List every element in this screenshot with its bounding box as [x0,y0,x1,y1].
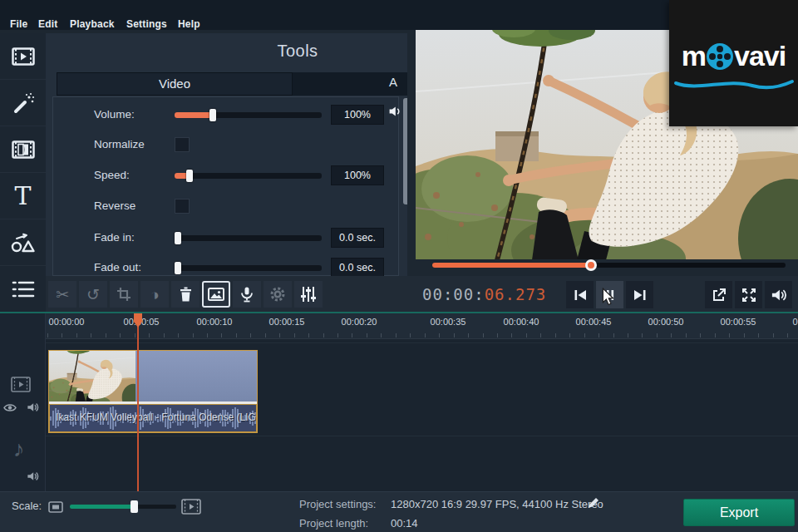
toolbar-strip: ✂ ↺ ◑ [46,276,798,313]
crop-button[interactable] [110,281,138,308]
ruler-label: 00:01:00 [793,317,798,327]
logo-wave [669,76,798,93]
ruler-label: 00:00:00 [49,317,85,327]
fade-in-row: Fade in: 0.0 sec. [46,228,407,249]
audio-tools-button[interactable] [294,281,323,308]
fade-in-value-field[interactable]: 0.0 sec. [331,228,384,248]
delete-button[interactable] [171,281,200,308]
speed-label: Speed: [94,169,130,181]
export-button[interactable]: Export [683,499,795,526]
statusbar: Scale: Project settings: 1280x720 16:9 2… [0,491,798,532]
sidebar-item-filters[interactable] [0,80,46,126]
normalize-row: Normalize [46,135,407,156]
timecode-current: 06.273 [485,285,547,303]
titles-icon: T [14,184,31,209]
project-settings-label: Project settings: [299,498,377,510]
speed-value-field[interactable]: 100% [331,165,384,185]
clip-properties-button[interactable] [264,281,292,308]
tab-video[interactable]: Video [57,72,293,96]
previous-frame-button[interactable] [566,281,594,308]
image-icon [208,288,224,301]
crop-icon [116,287,131,302]
tab-audio[interactable]: A [389,75,397,89]
menu-playback[interactable]: Playback [70,18,115,30]
menu-settings[interactable]: Settings [126,18,167,30]
timeline-clip[interactable]: Ikast KFUM Volleyball - Fortuna Odense (… [48,350,258,433]
next-frame-icon [633,289,647,301]
volume-row: Volume: 100% [46,105,407,126]
image-properties-button[interactable] [202,281,230,308]
ruler-label: 00:00:45 [576,317,612,327]
timeline-ruler[interactable]: 00:00:0000:00:0500:00:1000:00:1500:00:20… [0,313,798,339]
previous-frame-icon [574,289,587,301]
speed-slider-handle[interactable] [186,170,193,182]
timeline: 00:00:0000:00:0500:00:1000:00:1500:00:20… [0,313,798,491]
video-track-mute-icon[interactable] [27,401,39,413]
reverse-checkbox[interactable] [175,199,190,214]
menu-help[interactable]: Help [178,18,200,30]
gear-icon [269,286,286,303]
timecode-elapsed-prefix: 00:00: [422,285,485,303]
preview-seekbar[interactable] [432,263,786,268]
sidebar-item-transitions[interactable] [0,126,46,173]
transitions-icon [12,139,35,160]
sidebar-item-more-tools[interactable] [0,266,46,313]
volume-slider[interactable] [175,112,322,118]
fade-out-slider[interactable] [175,265,322,271]
record-audio-button[interactable] [233,281,261,308]
clip-audio-section[interactable]: Ikast KFUM Volleyball - Fortuna Odense (… [49,404,257,432]
playhead[interactable] [137,313,139,491]
tools-scrollbar[interactable] [403,98,407,204]
speed-slider[interactable] [175,173,322,179]
timeline-scale-slider[interactable] [70,505,176,509]
volume-value-field[interactable]: 100% [331,105,384,125]
color-adjust-button[interactable]: ◑ [140,281,169,308]
seekbar-handle[interactable] [585,259,597,271]
video-clips-icon [12,46,35,67]
next-frame-button[interactable] [626,281,653,308]
menu-file[interactable]: File [10,18,27,30]
speaker-icon [771,288,787,303]
normalize-checkbox[interactable] [175,137,190,152]
zoom-out-clip-icon[interactable] [48,501,63,513]
movavi-logo: m vavi [669,0,798,126]
callouts-icon [11,231,36,254]
fullscreen-button[interactable] [735,281,762,308]
rotate-button[interactable]: ↺ [79,281,107,308]
fade-out-value-field[interactable]: 0.0 sec. [331,258,384,276]
mouse-cursor [602,288,615,306]
volume-slider-handle[interactable] [209,109,216,121]
fade-in-slider[interactable] [175,235,322,241]
film-reel-icon [706,42,734,71]
scale-slider-handle[interactable] [131,500,138,513]
logo-text-m: m [682,40,706,71]
audio-track-mute-icon[interactable] [27,470,39,482]
fade-out-row: Fade out: 0.0 sec. [46,258,407,276]
sidebar-item-media[interactable] [0,33,46,80]
track-visibility-eye-icon[interactable] [3,403,17,412]
tools-list-icon [12,279,35,299]
cut-button[interactable]: ✂ [48,281,76,308]
sidebar-item-callouts[interactable] [0,219,46,266]
fade-out-slider-handle[interactable] [175,262,181,274]
trash-icon [179,287,193,302]
fade-in-slider-handle[interactable] [175,232,181,244]
ruler-label: 00:00:50 [648,317,684,327]
sidebar-item-titles[interactable]: T [0,173,46,219]
ruler-label: 00:00:40 [504,317,539,327]
preview-volume-button[interactable] [765,281,792,308]
fade-in-label: Fade in: [94,231,135,244]
clip-audio-speaker-icon [388,105,401,118]
unpin-preview-button[interactable] [705,281,732,308]
movavi-video-editor-window: File Edit Playback Settings Help [0,0,798,532]
playhead-marker-icon[interactable] [133,313,143,328]
clip-video-section[interactable] [49,351,257,401]
edit-settings-pencil-icon[interactable] [587,496,600,510]
menu-edit[interactable]: Edit [38,18,57,30]
rotate-icon: ↺ [86,287,100,303]
reverse-row: Reverse [46,196,407,218]
contrast-icon: ◑ [150,287,159,303]
playback-timecode: 00:00:06.273 [422,285,546,303]
zoom-in-clip-icon[interactable] [181,499,201,515]
project-settings-value: 1280x720 16:9 29.97 FPS, 44100 Hz Stereo [391,498,603,510]
